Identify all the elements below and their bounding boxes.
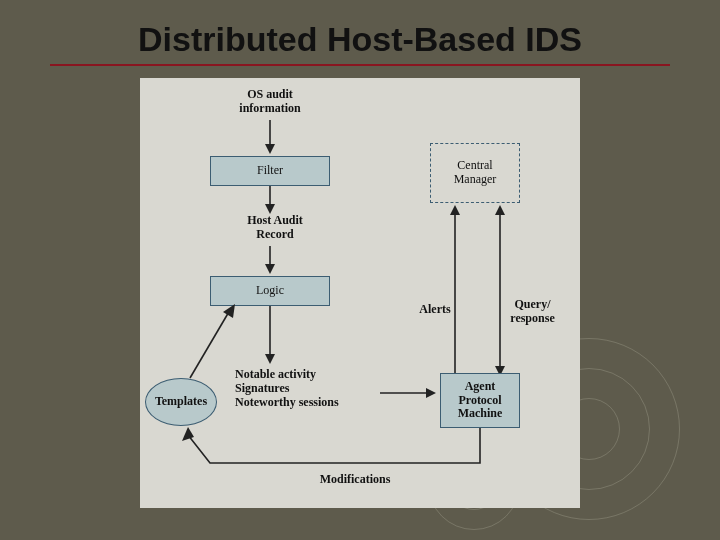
svg-marker-11	[495, 205, 505, 215]
node-os-audit: OS auditinformation	[225, 88, 315, 116]
diagram-canvas: OS auditinformation Filter CentralManage…	[140, 78, 580, 508]
svg-marker-7	[265, 354, 275, 364]
edge-osaudit-filter	[265, 120, 285, 156]
edge-har-logic	[265, 246, 285, 276]
edge-apm-cm-alerts	[450, 203, 470, 378]
edge-filter-har	[265, 186, 285, 216]
page-title: Distributed Host-Based IDS	[0, 20, 720, 59]
node-agent-protocol-machine: AgentProtocolMachine	[440, 373, 520, 428]
svg-marker-1	[265, 144, 275, 154]
edge-templates-logic	[185, 298, 245, 383]
svg-marker-17	[182, 427, 194, 441]
edge-apm-templates-modifications	[170, 423, 490, 483]
node-central-manager: CentralManager	[430, 143, 520, 203]
svg-line-13	[190, 310, 230, 378]
node-notable: Notable activitySignaturesNoteworthy ses…	[235, 368, 385, 409]
edge-notable-apm	[380, 385, 440, 405]
svg-marker-5	[265, 264, 275, 274]
svg-marker-16	[426, 388, 436, 398]
edge-cm-apm-query	[495, 203, 515, 378]
svg-marker-14	[223, 304, 235, 318]
edge-logic-notable	[265, 306, 285, 366]
node-templates: Templates	[145, 378, 217, 426]
node-host-audit-record: Host AuditRecord	[230, 214, 320, 242]
title-underline	[50, 64, 670, 66]
svg-marker-9	[450, 205, 460, 215]
slide: Distributed Host-Based IDS OS auditinfor…	[0, 0, 720, 540]
node-filter: Filter	[210, 156, 330, 186]
